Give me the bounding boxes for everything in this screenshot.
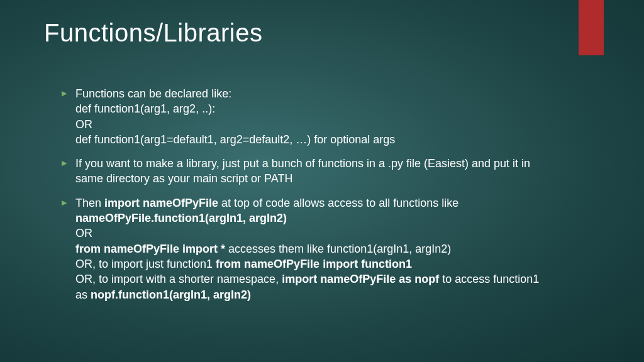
- bullet-item: Then import nameOfPyFile at top of code …: [62, 195, 540, 302]
- bold-text: from nameOfPyFile import *: [75, 243, 225, 255]
- bullet-item: If you want to make a library, just put …: [62, 156, 540, 187]
- bullet-list: Functions can be declared like:def funct…: [44, 86, 600, 302]
- bold-text: import nameOfPyFile: [104, 197, 218, 209]
- accent-bar: [579, 0, 604, 55]
- bold-text: import nameOfPyFile as nopf: [282, 273, 439, 285]
- slide: Functions/Libraries Functions can be dec…: [0, 0, 644, 302]
- bold-text: from nameOfPyFile import function1: [216, 258, 412, 270]
- bold-text: nameOfPyFile.function1(argIn1, argIn2): [75, 212, 287, 224]
- slide-title: Functions/Libraries: [44, 19, 600, 47]
- bold-text: nopf.function1(argIn1, argIn2): [91, 288, 251, 301]
- bullet-item: Functions can be declared like:def funct…: [62, 86, 540, 147]
